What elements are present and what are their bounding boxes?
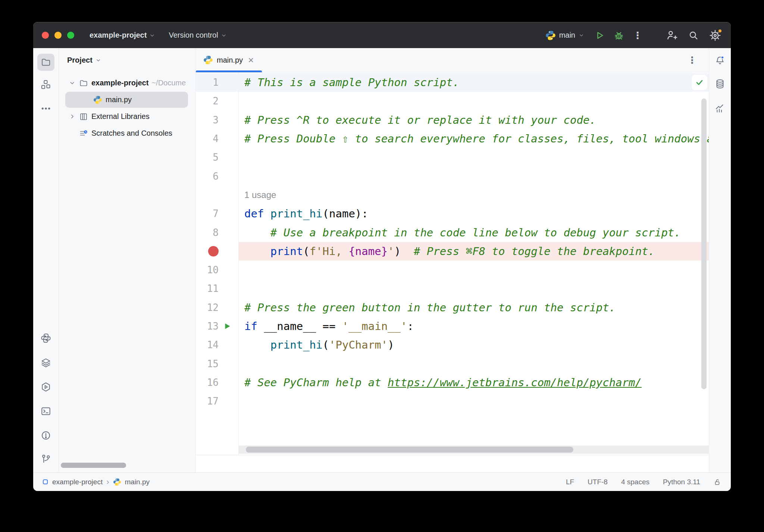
gutter-line-number[interactable]: 11 [196,283,219,294]
code-text[interactable] [238,261,709,279]
gutter-line-number[interactable]: 1 [196,77,219,88]
gutter-line-number[interactable]: 8 [196,227,219,238]
vcs-menu[interactable]: Version control [169,31,226,40]
more-tools-icon[interactable] [41,103,51,114]
gutter-line-number[interactable]: 15 [196,358,219,369]
tree-item-scratches[interactable]: Scratches and Consoles [59,125,195,142]
editor-vscrollbar-thumb[interactable] [701,98,707,389]
project-menu[interactable]: example-project [90,31,155,40]
editor-hscrollbar-thumb[interactable] [246,447,573,453]
code-line[interactable]: 5 [196,148,709,167]
gutter-line-number[interactable]: 14 [196,339,219,350]
code-line[interactable]: 2 [196,92,709,110]
gutter-line-number[interactable]: 10 [196,264,219,276]
maximize-window-button[interactable] [67,32,74,39]
code-line[interactable]: 6 [196,167,709,185]
code-editor[interactable]: 1# This is a sample Python script.23# Pr… [196,72,709,472]
code-line[interactable]: 14 print_hi('PyCharm') [196,336,709,354]
problems-icon[interactable] [41,430,51,441]
unlocked-icon[interactable] [714,478,721,486]
usage-inlay[interactable]: 1 usage [244,190,276,200]
breadcrumb-project[interactable]: example-project [52,478,103,486]
code-text[interactable]: print_hi('PyCharm') [238,336,709,354]
gutter-line-number[interactable]: 6 [196,171,219,182]
tree-item-root[interactable]: example-project ~/Docume [59,75,195,91]
code-line[interactable]: 15 [196,354,709,373]
minimize-window-button[interactable] [54,32,62,39]
project-panel-hscrollbar[interactable] [61,463,126,468]
gutter-line-number[interactable]: 5 [196,152,219,163]
tree-item-external-libraries[interactable]: External Libraries [59,108,195,125]
code-text[interactable]: # This is a sample Python script. [238,73,709,92]
code-text[interactable]: # See PyCharm help at https://www.jetbra… [238,373,709,392]
code-text[interactable]: # Press ^R to execute it or replace it w… [238,111,709,129]
layers-icon[interactable] [41,358,51,368]
code-line[interactable]: print(f'Hi, {name}') # Press ⌘F8 to togg… [196,242,709,261]
project-panel-header[interactable]: Project [59,48,195,72]
code-with-me-button[interactable] [666,30,677,41]
code-line[interactable]: 7def print_hi(name): [196,204,709,223]
folder-icon[interactable] [41,57,51,67]
breakpoint-icon[interactable] [208,246,219,256]
services-icon[interactable] [41,382,51,392]
code-line[interactable]: 11 [196,279,709,298]
code-line[interactable]: 12# Press the green button in the gutter… [196,298,709,317]
code-text[interactable] [238,392,709,410]
run-line-icon[interactable] [223,322,232,331]
code-text[interactable]: # Use a breakpoint in the code line belo… [238,223,709,242]
gutter-line-number[interactable]: 13 [196,321,219,332]
gutter-line-number[interactable]: 2 [196,95,219,107]
python-packages-icon[interactable] [41,333,51,343]
terminal-icon[interactable] [41,406,51,416]
code-text[interactable] [238,354,709,373]
close-window-button[interactable] [42,32,49,39]
line-separator-widget[interactable]: LF [566,478,574,486]
code-text[interactable] [238,92,709,110]
code-line[interactable]: 16# See PyCharm help at https://www.jetb… [196,373,709,392]
git-branch-icon[interactable] [41,454,51,465]
code-line[interactable]: 17 [196,392,709,410]
code-line[interactable]: 1# This is a sample Python script. [196,73,709,92]
code-text[interactable]: # Press Double ⇧ to search everywhere fo… [238,129,709,148]
more-actions-button[interactable]: ⋮ [632,30,643,41]
database-icon[interactable] [715,79,725,89]
settings-button[interactable] [710,30,721,41]
code-text[interactable]: def print_hi(name): [238,204,709,223]
code-text[interactable]: if __name__ == '__main__': [238,317,709,336]
code-line[interactable]: 13if __name__ == '__main__': [196,317,709,336]
chevron-right-icon[interactable] [69,113,75,120]
gutter-line-number[interactable]: 17 [196,396,219,407]
gutter-line-number[interactable]: 3 [196,114,219,126]
code-text[interactable]: 1 usage [238,186,709,204]
run-button[interactable] [594,30,605,41]
encoding-widget[interactable]: UTF-8 [588,478,608,486]
gutter-line-number[interactable]: 12 [196,302,219,313]
breadcrumb-file[interactable]: main.py [125,478,150,486]
code-line[interactable]: 8 # Use a breakpoint in the code line be… [196,223,709,242]
gutter-line-number[interactable]: 16 [196,377,219,388]
profiler-chart-icon[interactable] [715,103,725,113]
code-text[interactable] [238,167,709,185]
search-everywhere-button[interactable] [688,30,699,41]
gutter-line-number[interactable]: 7 [196,208,219,219]
structure-icon[interactable] [41,79,51,90]
interpreter-widget[interactable]: Python 3.11 [663,478,700,486]
code-text[interactable] [238,148,709,167]
debug-button[interactable] [613,30,624,41]
code-text[interactable]: print(f'Hi, {name}') # Press ⌘F8 to togg… [238,242,709,261]
code-text[interactable]: # Press the green button in the gutter t… [238,298,709,317]
gutter-line-number[interactable] [196,246,219,256]
gutter-line-number[interactable]: 4 [196,133,219,144]
tab-main-py[interactable]: main.py × [196,48,262,72]
tab-options-icon[interactable]: ⋮ [688,55,697,66]
chevron-down-icon[interactable] [69,80,75,86]
code-line[interactable]: 10 [196,261,709,279]
notifications-bell-icon[interactable] [715,55,725,66]
code-line[interactable]: 4# Press Double ⇧ to search everywhere f… [196,129,709,148]
code-line[interactable]: 3# Press ^R to execute it or replace it … [196,111,709,129]
run-configuration-selector[interactable]: main [545,30,584,41]
tree-item-main-py[interactable]: main.py [59,91,195,108]
code-text[interactable] [238,279,709,298]
indent-widget[interactable]: 4 spaces [621,478,649,486]
close-tab-icon[interactable]: × [248,55,254,65]
